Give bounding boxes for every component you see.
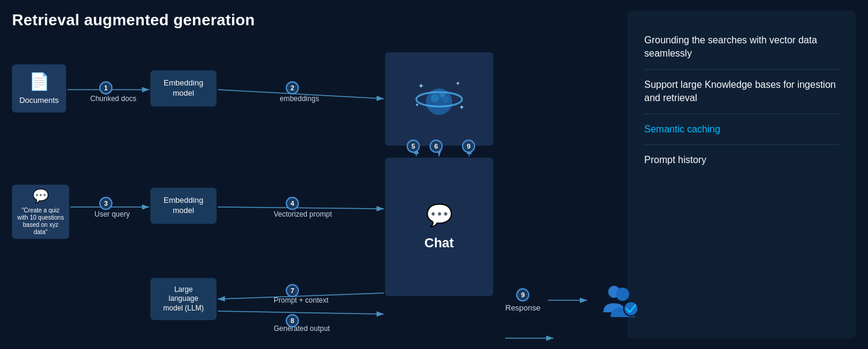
svg-line-10 [218,311,384,314]
feature-item-3: Semantic caching [644,114,839,145]
step-9-circle: 9 [462,140,475,153]
feature-item-1: Grounding the searches with vector data … [644,25,839,70]
response-circle: 9 [516,288,529,301]
planet-svg: ✦ ✦ ✦ ✦ [412,76,466,122]
step-2-label: embeddings [280,94,319,103]
main-container: Retrieval augmented generation [0,0,868,349]
step-4-circle: 4 [286,197,299,210]
feature-text-4: Prompt history [644,155,706,165]
step-5-circle: 5 [407,140,420,153]
feature-text-2: Support large Knowledge bases for ingest… [644,79,836,103]
feature-item-4: Prompt history [644,145,839,175]
right-panel: Grounding the searches with vector data … [627,11,856,338]
step-8-circle: 8 [286,314,299,327]
svg-point-14 [431,94,439,102]
svg-text:✦: ✦ [415,102,419,108]
svg-line-5 [218,207,384,209]
svg-point-24 [616,288,629,301]
step-7-circle: 7 [286,284,299,297]
svg-point-25 [624,301,638,316]
document-icon: 📄 [29,71,50,93]
embedding-model-bottom: Embeddingmodel [150,188,217,224]
feature-text-1: Grounding the searches with vector data … [644,35,817,58]
diagram-content: 📄 Documents 1 Chunked docs Embeddingmode… [12,40,615,329]
user-icon: 💬 [32,188,49,205]
response-arrow [548,295,590,305]
feature-item-2: Support large Knowledge bases for ingest… [644,70,839,114]
svg-text:✦: ✦ [459,103,464,111]
step-1-circle: 1 [99,81,112,94]
step-8-label: Generated output [274,324,330,333]
step-3-label: User query [94,210,130,218]
svg-text:✦: ✦ [455,80,460,87]
step-6-circle: 6 [429,140,443,153]
diagram-area: Retrieval augmented generation [12,11,615,338]
embedding-model-top: Embeddingmodel [150,70,217,107]
chat-icon: 💬 [426,202,453,230]
documents-box: 📄 Documents [12,64,66,113]
chat-box: 💬 Chat [385,158,493,296]
step-3-circle: 3 [99,197,112,210]
llm-box: Largelanguagemodel (LLM) [150,278,217,320]
step-1-label: Chunked docs [90,94,137,103]
svg-point-16 [442,96,449,103]
page-title: Retrieval augmented generation [12,11,615,29]
step-4-label: Vectorized prompt [274,210,332,218]
vector-db-box: ✦ ✦ ✦ ✦ [385,52,493,146]
user-query-box: 💬 "Create a quiz with 10 questions based… [12,185,69,239]
user-response-icon [597,282,639,318]
response-label: 9 Response [505,288,541,312]
svg-text:✦: ✦ [418,82,424,90]
step-7-label: Prompt + context [274,296,328,304]
step-2-circle: 2 [286,81,299,94]
feature-text-3: Semantic caching [644,124,720,134]
response-section: 9 Response [505,282,639,318]
